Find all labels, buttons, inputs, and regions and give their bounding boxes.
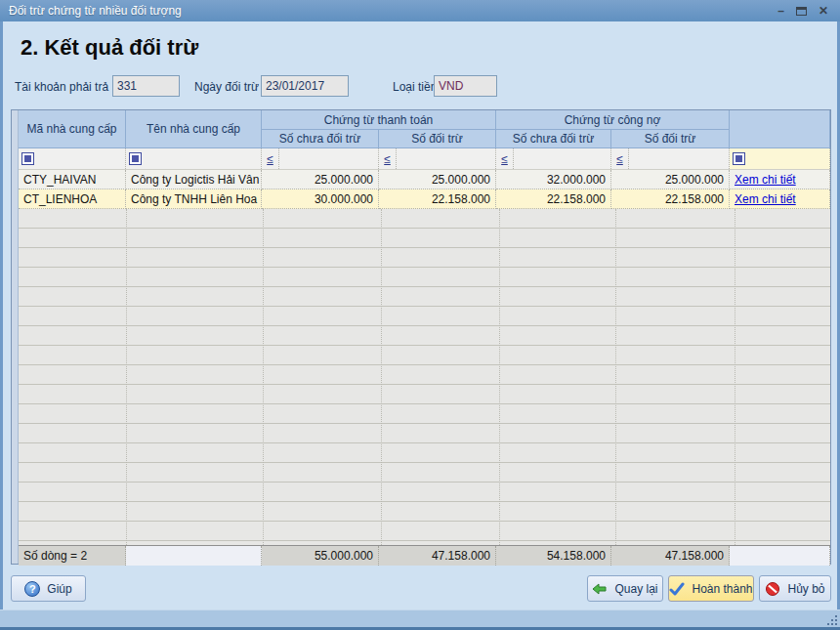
- column-group-debt-label[interactable]: Chứng từ công nợ: [496, 110, 730, 130]
- filter-cell-supplier-code[interactable]: [19, 148, 126, 169]
- window-title: Đối trừ chứng từ nhiều đối tượng: [0, 4, 182, 18]
- table-row[interactable]: CTY_HAIVAN Công ty Logictis Hải Vân 25.0…: [19, 170, 830, 189]
- filter-checkbox-icon[interactable]: [21, 152, 34, 165]
- filter-cell-supplier-name[interactable]: [126, 148, 262, 169]
- help-button-label: Giúp: [47, 582, 71, 596]
- empty-column: [735, 209, 830, 545]
- account-field[interactable]: [112, 75, 180, 97]
- row-indicator-column: [12, 110, 19, 564]
- footer-payment-offset-total: 47.158.000: [379, 546, 496, 566]
- minimize-icon[interactable]: –: [777, 5, 784, 17]
- maximize-icon[interactable]: [796, 7, 807, 16]
- result-grid: Mã nhà cung cấp Tên nhà cung cấp Chứng t…: [11, 109, 831, 565]
- finish-button[interactable]: Hoàn thành: [668, 575, 754, 602]
- window-controls: – ✕: [777, 5, 840, 17]
- currency-field[interactable]: [434, 75, 497, 97]
- offset-date-field[interactable]: [261, 75, 349, 97]
- status-bar: [0, 609, 840, 627]
- less-equal-filter-icon[interactable]: ≤: [379, 148, 397, 169]
- check-icon: [669, 581, 685, 597]
- cancel-button-label: Hủy bỏ: [787, 582, 824, 596]
- column-header-supplier-name[interactable]: Tên nhà cung cấp: [126, 110, 262, 148]
- grip-dots: [835, 623, 837, 625]
- column-header-debt-unoffset[interactable]: Số chưa đối trừ: [496, 130, 611, 148]
- filter-checkbox-icon[interactable]: [129, 152, 142, 165]
- finish-button-label: Hoàn thành: [692, 582, 752, 596]
- cell-detail: Xem chi tiết: [730, 189, 830, 209]
- empty-column: [264, 209, 382, 545]
- less-equal-filter-icon[interactable]: ≤: [611, 148, 629, 169]
- back-button-label: Quay lại: [614, 582, 657, 596]
- footer-empty-cell: [730, 546, 830, 566]
- account-label: Tài khoản phải trả: [15, 80, 108, 94]
- checkbox-fill: [24, 155, 31, 162]
- view-detail-link[interactable]: Xem chi tiết: [735, 192, 796, 206]
- help-button[interactable]: ? Giúp: [11, 575, 86, 602]
- empty-column: [382, 209, 500, 545]
- title-bar: Đối trừ chứng từ nhiều đối tượng – ✕: [0, 0, 840, 21]
- cell-payment-unoffset: 25.000.000: [262, 170, 379, 189]
- dialog-window: Đối trừ chứng từ nhiều đối tượng – ✕ 2. …: [0, 0, 840, 630]
- offset-date-label: Ngày đối trừ: [194, 80, 259, 94]
- cancel-icon: [765, 581, 780, 597]
- grid-empty-area: [19, 209, 830, 545]
- view-detail-link[interactable]: Xem chi tiết: [735, 173, 796, 187]
- footer-payment-unoffset-total: 55.000.000: [262, 546, 379, 566]
- cell-supplier-code: CTY_HAIVAN: [19, 170, 126, 189]
- grid-header: Mã nhà cung cấp Tên nhà cung cấp Chứng t…: [19, 110, 830, 148]
- filter-cell-debt-unoffset[interactable]: ≤: [496, 148, 611, 169]
- resize-grip[interactable]: [826, 614, 837, 625]
- grid-footer-row: Số dòng = 2 55.000.000 47.158.000 54.158…: [19, 545, 830, 566]
- cell-supplier-name: Công ty TNHH Liên Hoa: [126, 189, 262, 209]
- cancel-button[interactable]: Hủy bỏ: [759, 575, 831, 602]
- cell-supplier-code: CT_LIENHOA: [19, 189, 126, 209]
- filter-cell-payment-unoffset[interactable]: ≤: [262, 148, 379, 169]
- help-icon: ?: [24, 581, 40, 597]
- column-header-payment-offset[interactable]: Số đối trừ: [379, 130, 496, 148]
- footer-debt-offset-total: 47.158.000: [611, 546, 730, 566]
- cell-payment-unoffset: 30.000.000: [262, 189, 379, 209]
- page-title: 2. Kết quả đối trừ: [21, 35, 198, 61]
- cell-debt-unoffset: 32.000.000: [496, 170, 611, 189]
- cell-debt-offset: 25.000.000: [611, 170, 730, 189]
- cell-debt-unoffset: 22.158.000: [496, 189, 611, 209]
- cell-payment-offset: 25.000.000: [379, 170, 496, 189]
- cell-debt-offset: 22.158.000: [611, 189, 730, 209]
- close-icon[interactable]: ✕: [819, 5, 828, 17]
- filter-checkbox-icon[interactable]: [733, 152, 745, 165]
- column-header-detail: [730, 110, 830, 148]
- currency-label: Loại tiền: [393, 80, 437, 94]
- back-button[interactable]: Quay lại: [587, 575, 663, 602]
- column-group-debt: Chứng từ công nợ Số chưa đối trừ Số đối …: [496, 110, 730, 148]
- filter-cell-detail[interactable]: [730, 148, 830, 169]
- checkbox-fill: [735, 155, 742, 162]
- filter-cell-debt-offset[interactable]: ≤: [611, 148, 730, 169]
- filter-cell-payment-offset[interactable]: ≤: [379, 148, 496, 169]
- column-header-payment-unoffset[interactable]: Số chưa đối trừ: [262, 130, 379, 148]
- footer-debt-unoffset-total: 54.158.000: [496, 546, 611, 566]
- empty-column: [127, 209, 264, 545]
- back-arrow-icon: [592, 581, 608, 597]
- cell-payment-offset: 22.158.000: [379, 189, 496, 209]
- column-header-supplier-code[interactable]: Mã nhà cung cấp: [19, 110, 126, 148]
- empty-column: [500, 209, 616, 545]
- checkbox-fill: [132, 155, 139, 162]
- footer-empty-cell: [126, 546, 262, 566]
- column-group-payment: Chứng từ thanh toán Số chưa đối trừ Số đ…: [262, 110, 496, 148]
- cell-detail: Xem chi tiết: [730, 170, 830, 189]
- less-equal-filter-icon[interactable]: ≤: [496, 148, 514, 169]
- less-equal-filter-icon[interactable]: ≤: [262, 148, 279, 169]
- footer-row-count: Số dòng = 2: [19, 546, 126, 566]
- cell-supplier-name: Công ty Logictis Hải Vân: [126, 170, 262, 189]
- empty-column: [19, 209, 127, 545]
- empty-column: [616, 209, 735, 545]
- column-group-payment-label[interactable]: Chứng từ thanh toán: [262, 110, 496, 130]
- grid-filter-row: ≤ ≤ ≤ ≤: [19, 148, 830, 170]
- table-row[interactable]: CT_LIENHOA Công ty TNHH Liên Hoa 30.000.…: [19, 189, 830, 209]
- column-header-debt-offset[interactable]: Số đối trừ: [611, 130, 730, 148]
